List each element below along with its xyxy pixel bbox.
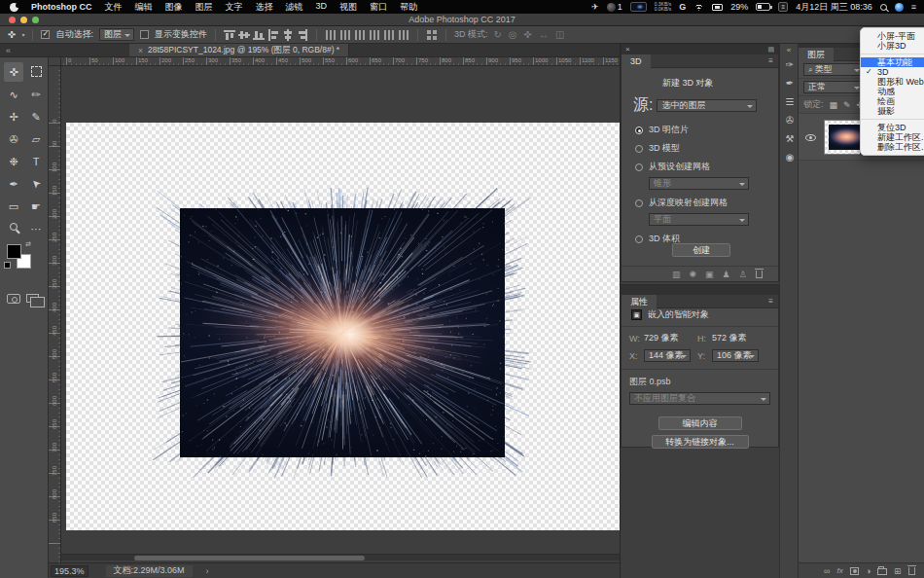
type-tool[interactable]: T bbox=[26, 152, 46, 171]
tool-preset-chevron-icon[interactable]: ▾ bbox=[21, 31, 24, 38]
quick-mask-button[interactable] bbox=[7, 294, 20, 304]
workspace-menu-item-10[interactable]: 复位3D bbox=[861, 123, 924, 132]
foreground-color-swatch[interactable] bbox=[7, 244, 21, 259]
tab-3d[interactable]: 3D bbox=[622, 54, 651, 68]
auto-align-layers-icon[interactable] bbox=[426, 29, 438, 41]
spotlight-search-icon[interactable] bbox=[880, 4, 887, 11]
cc-libraries-panel-icon[interactable]: ◉ bbox=[782, 150, 798, 164]
apple-menu-icon[interactable] bbox=[10, 3, 18, 12]
lock-transparent-icon[interactable]: ▦ bbox=[830, 100, 838, 110]
convert-to-linked-button[interactable]: 转换为链接对象... bbox=[652, 435, 749, 449]
magic-wand-tool[interactable]: ✢ bbox=[4, 107, 23, 126]
lock-pixels-icon[interactable]: ✎ bbox=[843, 100, 851, 110]
align-top-icon[interactable] bbox=[224, 29, 235, 41]
distribute-bottom-icon[interactable] bbox=[354, 29, 366, 41]
3d-option-1[interactable]: 3D 模型 bbox=[635, 142, 778, 155]
move-tool[interactable]: ✜ bbox=[4, 62, 23, 82]
brush-tool[interactable]: ✎ bbox=[26, 107, 46, 126]
toolbar-collapse-icon[interactable]: « bbox=[0, 44, 17, 56]
source-dropdown[interactable]: 选中的图层 bbox=[657, 99, 757, 112]
radio-icon[interactable] bbox=[635, 126, 643, 134]
rectangular-marquee-tool[interactable] bbox=[26, 62, 46, 82]
document-tab[interactable]: × 28t58PICSYT_1024.jpg @ 195% (图层 0, RGB… bbox=[129, 44, 349, 56]
brush-presets-panel-icon[interactable]: ✑ bbox=[782, 57, 798, 72]
tool-presets-panel-icon[interactable]: ☰ bbox=[782, 94, 798, 109]
new-layer-icon[interactable]: ⊞ bbox=[894, 566, 902, 576]
layer-filter-dropdown[interactable]: ⌕ 类型 bbox=[803, 63, 864, 76]
swatches-panel-icon[interactable]: ✒ bbox=[782, 76, 798, 90]
menubar-menu-6[interactable]: 滤镜 bbox=[286, 1, 303, 14]
align-bottom-icon[interactable] bbox=[253, 29, 265, 41]
3d-option-2[interactable]: 从预设创建网格 bbox=[635, 161, 778, 173]
close-panel-icon[interactable]: × bbox=[625, 45, 630, 54]
galaxy-artwork[interactable] bbox=[146, 173, 545, 494]
logitech-g-icon[interactable]: G bbox=[679, 0, 686, 14]
siri-icon[interactable] bbox=[895, 3, 904, 12]
close-document-icon[interactable]: × bbox=[138, 46, 143, 55]
default-colors-icon[interactable] bbox=[4, 262, 11, 269]
delete-icon[interactable] bbox=[756, 271, 763, 278]
workspace-menu-item-12[interactable]: 删除工作区... bbox=[861, 142, 924, 152]
workspace-menu-item-7[interactable]: 绘画 bbox=[861, 96, 924, 106]
zoom-level-field[interactable]: 195.3% bbox=[51, 565, 89, 577]
chat-status-icon[interactable] bbox=[607, 3, 616, 12]
layer-group-icon[interactable] bbox=[877, 568, 887, 575]
edit-contents-button[interactable]: 编辑内容 bbox=[658, 416, 742, 430]
battery-icon[interactable] bbox=[756, 3, 770, 11]
link-layer-icon[interactable]: ∞ bbox=[824, 566, 830, 576]
radio-icon[interactable] bbox=[635, 145, 643, 153]
workspace-menu-item-4[interactable]: ✓3D bbox=[861, 67, 924, 77]
align-center-icon[interactable] bbox=[282, 29, 294, 41]
align-right-icon[interactable] bbox=[297, 29, 308, 41]
environment-filter-icon[interactable]: ▣ bbox=[705, 270, 714, 279]
status-options-chevron-icon[interactable]: › bbox=[206, 566, 209, 576]
clone-stamp-tool[interactable]: ✇ bbox=[4, 129, 23, 149]
menubar-menu-4[interactable]: 文字 bbox=[226, 1, 243, 14]
x-position-field[interactable]: 144 像素 bbox=[644, 349, 691, 362]
wifi-icon[interactable] bbox=[693, 3, 704, 11]
align-middle-icon[interactable] bbox=[238, 29, 250, 41]
document-viewport[interactable] bbox=[61, 66, 620, 562]
menubar-menu-3[interactable]: 图层 bbox=[195, 1, 213, 14]
menubar-menu-0[interactable]: 文件 bbox=[105, 1, 123, 14]
notification-center-icon[interactable]: ≡ bbox=[911, 0, 916, 14]
horizontal-scrollbar-thumb[interactable] bbox=[134, 556, 365, 560]
screenshot-thumbnail-icon[interactable] bbox=[630, 2, 647, 12]
y-position-field[interactable]: 106 像素 bbox=[712, 349, 759, 362]
history-brush-tool[interactable]: ❉ bbox=[4, 152, 23, 171]
radio-icon[interactable] bbox=[635, 235, 643, 243]
calendar-icon[interactable]: ≡ bbox=[778, 2, 788, 12]
menubar-menu-1[interactable]: 编辑 bbox=[135, 1, 153, 14]
workspace-menu-item-1[interactable]: 小屏3D bbox=[861, 41, 924, 51]
create-button[interactable]: 创建 bbox=[672, 243, 730, 257]
workspace-menu-item-3[interactable]: 基本功能 bbox=[861, 57, 924, 67]
adjustment-layer-icon[interactable]: ◑ bbox=[866, 566, 871, 576]
swap-colors-icon[interactable]: ⇄ bbox=[25, 240, 31, 248]
meshes-filter-icon[interactable]: ♟ bbox=[723, 270, 730, 279]
fx-icon[interactable]: fx bbox=[836, 566, 842, 575]
radio-icon[interactable] bbox=[635, 163, 643, 171]
eraser-tool[interactable]: ▱ bbox=[26, 129, 46, 149]
quick-selection-tool[interactable]: ✏ bbox=[26, 85, 46, 104]
zoom-tool[interactable] bbox=[4, 219, 23, 238]
distribute-top-icon[interactable] bbox=[325, 29, 337, 41]
menubar-menu-9[interactable]: 窗口 bbox=[370, 1, 387, 14]
materials-filter-icon[interactable]: ♙ bbox=[739, 270, 747, 279]
tab-layers[interactable]: 图层 bbox=[799, 48, 834, 61]
distribute-middle-icon[interactable] bbox=[339, 29, 351, 41]
distribute-center-icon[interactable] bbox=[383, 29, 395, 41]
panel-menu-icon[interactable]: ≡ bbox=[768, 56, 773, 65]
auto-select-checkbox[interactable] bbox=[41, 30, 50, 39]
menubar-menu-7[interactable]: 3D bbox=[316, 1, 328, 14]
3d-option-0[interactable]: 3D 明信片 bbox=[635, 124, 778, 136]
horizontal-scrollbar[interactable] bbox=[61, 554, 620, 560]
pen-tool[interactable]: ✒ bbox=[4, 174, 23, 194]
direct-selection-tool[interactable]: ➤ bbox=[26, 174, 46, 194]
menubar-menu-5[interactable]: 选择 bbox=[256, 1, 273, 14]
workspace-menu-item-8[interactable]: 摄影 bbox=[861, 106, 924, 116]
auto-select-target-dropdown[interactable]: 图层 bbox=[99, 28, 134, 41]
workspace-menu-item-0[interactable]: 小屏-平面 bbox=[861, 31, 924, 41]
delete-layer-icon[interactable] bbox=[908, 567, 915, 575]
radio-icon[interactable] bbox=[635, 199, 643, 207]
blend-mode-dropdown[interactable]: 正常 bbox=[803, 81, 864, 93]
